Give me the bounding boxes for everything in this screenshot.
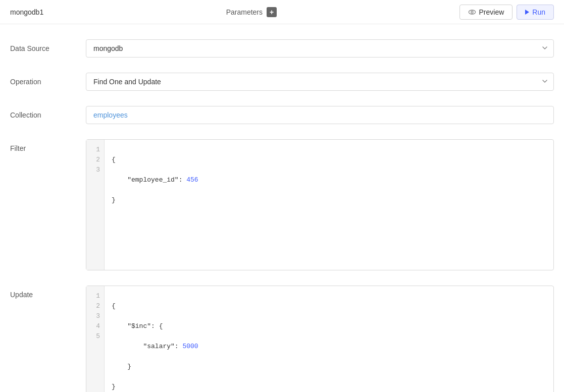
add-parameter-button[interactable]: + [267, 7, 277, 17]
update-line-5: } [112, 382, 546, 392]
data-source-label: Data Source [10, 39, 86, 52]
filter-code[interactable]: { "employee_id": 456 } [105, 140, 553, 270]
topbar-actions: Preview Run [459, 5, 554, 20]
filter-line-3: } [112, 195, 546, 205]
operation-label: Operation [10, 73, 86, 86]
filter-line-2: "employee_id": 456 [112, 175, 546, 185]
update-line-2: "$inc": { [112, 321, 546, 331]
update-line-num-1: 1 [96, 291, 100, 301]
collection-input[interactable] [86, 106, 554, 124]
update-line-3: "salary": 5000 [112, 342, 546, 352]
update-line-num-3: 3 [96, 311, 100, 321]
filter-line-num-3: 3 [96, 165, 100, 175]
filter-label: Filter [10, 139, 86, 152]
preview-button[interactable]: Preview [459, 5, 513, 20]
preview-label: Preview [479, 8, 504, 16]
data-source-select[interactable]: mongodb postgresql mysql [86, 39, 554, 58]
update-line-1: { [112, 301, 546, 311]
update-code[interactable]: { "$inc": { "salary": 5000 } } [105, 286, 553, 392]
collection-label: Collection [10, 106, 86, 119]
data-source-select-wrapper: mongodb postgresql mysql [86, 39, 554, 58]
filter-editor[interactable]: 1 2 3 { "employee_id": 456 } [86, 139, 554, 270]
topbar-center: Parameters + [226, 7, 277, 17]
data-source-row: Data Source mongodb postgresql mysql [10, 39, 554, 58]
filter-row: Filter 1 2 3 { "employee_id": 456 } [10, 139, 554, 270]
main-content: Data Source mongodb postgresql mysql Ope… [0, 24, 564, 392]
update-editor[interactable]: 1 2 3 4 5 { "$inc": { "salary": 5000 } } [86, 286, 554, 392]
play-icon [525, 10, 529, 15]
svg-point-1 [471, 11, 473, 13]
filter-line-num-2: 2 [96, 155, 100, 165]
collection-control [86, 106, 554, 124]
operation-select-wrapper: Find One and Update Find Insert Delete [86, 73, 554, 91]
run-button[interactable]: Run [517, 5, 554, 20]
eye-icon [468, 8, 476, 16]
update-line-4: } [112, 362, 546, 372]
update-control: 1 2 3 4 5 { "$inc": { "salary": 5000 } } [86, 286, 554, 392]
parameters-label: Parameters [226, 8, 263, 16]
filter-line-numbers: 1 2 3 [86, 140, 105, 270]
svg-point-0 [469, 10, 475, 14]
update-row: Update 1 2 3 4 5 { "$inc": { "salary": 5… [10, 286, 554, 392]
filter-line-1: { [112, 155, 546, 165]
filter-line-num-1: 1 [96, 145, 100, 155]
operation-select[interactable]: Find One and Update Find Insert Delete [86, 73, 554, 91]
data-source-control: mongodb postgresql mysql [86, 39, 554, 58]
topbar: mongodb1 Parameters + Preview Run [0, 0, 564, 24]
collection-row: Collection [10, 106, 554, 124]
update-line-numbers: 1 2 3 4 5 [86, 286, 105, 392]
update-line-num-2: 2 [96, 301, 100, 311]
run-label: Run [532, 8, 545, 16]
update-label: Update [10, 286, 86, 299]
app-title: mongodb1 [10, 8, 43, 16]
update-line-num-5: 5 [96, 331, 100, 342]
operation-row: Operation Find One and Update Find Inser… [10, 73, 554, 91]
filter-control: 1 2 3 { "employee_id": 456 } [86, 139, 554, 270]
update-line-num-4: 4 [96, 321, 100, 331]
operation-control: Find One and Update Find Insert Delete [86, 73, 554, 91]
